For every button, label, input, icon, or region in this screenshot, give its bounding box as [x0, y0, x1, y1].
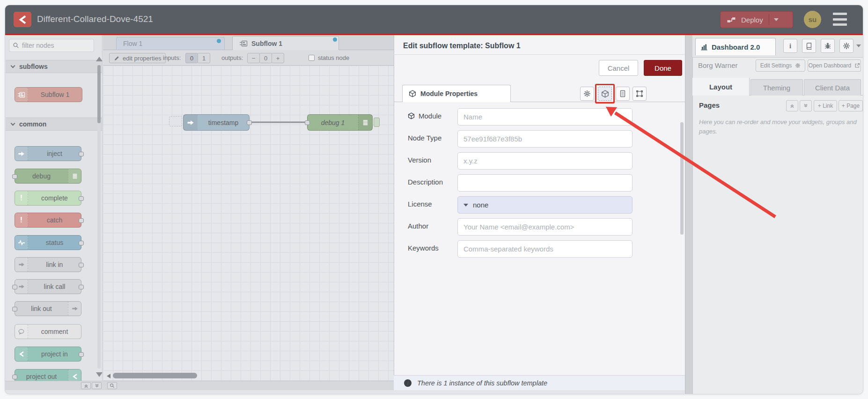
- status-node-checkbox[interactable]: [309, 55, 315, 61]
- tab-subflow-1[interactable]: Subflow 1: [232, 36, 339, 51]
- inputs-1-button[interactable]: 1: [198, 53, 210, 63]
- palette-filter[interactable]: [9, 39, 94, 52]
- description-input[interactable]: [457, 174, 633, 192]
- appearance-button[interactable]: [633, 87, 647, 101]
- tab-module-properties[interactable]: Module Properties: [402, 85, 511, 102]
- canvas-node-debug-1[interactable]: debug 1: [307, 114, 373, 131]
- palette-scroll-down-icon[interactable]: [96, 372, 103, 377]
- info-icon: i: [404, 379, 412, 387]
- palette-node-status[interactable]: status: [15, 235, 81, 250]
- add-page-button[interactable]: + Page: [839, 100, 863, 111]
- workspace-footer: [5, 381, 394, 390]
- palette-collapse-all-button[interactable]: [81, 382, 91, 389]
- description-label: Description: [408, 178, 443, 186]
- gear-icon: [795, 63, 801, 68]
- palette-scroll-up-icon[interactable]: [96, 57, 103, 61]
- canvas-zoom-button[interactable]: [107, 382, 117, 389]
- help-tab-button[interactable]: [802, 39, 816, 53]
- dialog-scrollbar-thumb[interactable]: [680, 122, 684, 235]
- palette-node-subflow-1[interactable]: Subflow 1: [15, 87, 82, 102]
- move-down-button[interactable]: [800, 100, 812, 111]
- file-icon: [619, 90, 626, 97]
- canvas-node-timestamp[interactable]: timestamp: [183, 114, 250, 131]
- app-window: Different-Collared-Dove-4521 Deploy su s…: [5, 5, 863, 394]
- deploy-divider: [769, 15, 769, 25]
- add-link-button[interactable]: + Link: [814, 100, 837, 111]
- config-tab-button[interactable]: [839, 39, 853, 53]
- outputs-minus-button[interactable]: −: [247, 53, 260, 63]
- author-input[interactable]: [457, 218, 633, 236]
- tab-flow-1[interactable]: Flow 1: [116, 37, 225, 50]
- palette-node-link-out[interactable]: link out: [15, 301, 81, 316]
- cube-icon: [408, 112, 415, 119]
- palette-node-comment[interactable]: comment: [15, 324, 81, 339]
- modified-dot: [333, 37, 337, 42]
- cancel-button[interactable]: Cancel: [599, 60, 638, 76]
- deploy-button[interactable]: Deploy: [720, 11, 793, 28]
- module-input[interactable]: [457, 108, 633, 126]
- info-tab-button[interactable]: i: [783, 39, 797, 53]
- palette-node-link-in[interactable]: link in: [15, 257, 81, 272]
- filter-nodes-input[interactable]: [22, 42, 83, 49]
- open-dashboard-button[interactable]: Open Dashboard: [808, 59, 861, 72]
- hscroll-left-icon[interactable]: [107, 374, 110, 378]
- book-icon: [805, 42, 813, 50]
- input-port[interactable]: [305, 120, 310, 125]
- inputs-0-button[interactable]: 0: [185, 53, 198, 63]
- keywords-input[interactable]: [457, 240, 633, 258]
- panel-splitter[interactable]: [685, 35, 692, 394]
- palette-expand-all-button[interactable]: [92, 382, 102, 389]
- palette-node-link-call[interactable]: link call: [15, 279, 81, 294]
- flow-canvas[interactable]: [103, 66, 394, 381]
- wire[interactable]: [247, 119, 310, 125]
- palette-node-project-in[interactable]: project in: [15, 347, 81, 362]
- hscroll-thumb[interactable]: [113, 373, 197, 378]
- debug-tab-button[interactable]: [821, 39, 835, 53]
- palette-section-common[interactable]: common: [6, 118, 102, 131]
- palette-scrollbar-thumb[interactable]: [97, 65, 101, 123]
- version-input[interactable]: [457, 152, 633, 170]
- node-port: [79, 196, 84, 201]
- debug-list-icon: [68, 169, 81, 183]
- node-red-logo-icon: [14, 12, 31, 27]
- debug-enable-toggle[interactable]: [374, 118, 380, 127]
- tab-theming[interactable]: Theming: [750, 79, 803, 96]
- output-port[interactable]: [247, 120, 252, 125]
- node-type-input[interactable]: [457, 130, 633, 148]
- palette-node-catch[interactable]: ! catch: [15, 213, 81, 228]
- inputs-label: inputs:: [163, 54, 181, 61]
- palette-node-inject[interactable]: inject: [15, 146, 81, 161]
- chevron-down-icon: [11, 64, 15, 68]
- main-menu-button[interactable]: [833, 13, 847, 26]
- done-button[interactable]: Done: [644, 60, 682, 76]
- cube-icon: [409, 90, 416, 97]
- move-up-button[interactable]: [786, 100, 798, 111]
- user-avatar[interactable]: su: [804, 11, 821, 28]
- bug-icon: [824, 42, 831, 50]
- tab-client-data[interactable]: Client Data: [804, 79, 861, 96]
- edit-settings-button[interactable]: Edit Settings: [756, 59, 805, 72]
- module-properties-button[interactable]: [598, 87, 612, 101]
- pages-heading: Pages: [699, 101, 720, 109]
- license-select[interactable]: none: [457, 196, 633, 214]
- tab-dashboard-2[interactable]: Dashboard 2.0: [695, 38, 776, 55]
- deploy-caret-icon[interactable]: [774, 18, 779, 21]
- tab-layout[interactable]: Layout: [692, 78, 750, 96]
- exclamation-icon: !: [15, 191, 28, 205]
- modified-dot: [217, 39, 221, 43]
- outputs-plus-button[interactable]: +: [272, 53, 284, 63]
- project-name: Borg Warner: [698, 61, 737, 69]
- node-port: [79, 152, 84, 156]
- edit-properties-button[interactable]: edit properties: [109, 53, 166, 63]
- version-label: Version: [408, 156, 431, 164]
- subflow-properties-button[interactable]: [580, 87, 594, 101]
- pages-help-text: Here you can re-order and move your widg…: [699, 118, 861, 136]
- deploy-icon: [727, 16, 736, 24]
- node-port: [12, 285, 17, 289]
- node-port: [79, 218, 84, 223]
- palette-section-subflows[interactable]: subflows: [6, 60, 102, 73]
- description-button[interactable]: [616, 87, 630, 101]
- palette-node-complete[interactable]: ! complete: [15, 191, 81, 206]
- palette-node-debug[interactable]: debug: [15, 169, 81, 184]
- sidebar-caret-icon[interactable]: [856, 44, 861, 47]
